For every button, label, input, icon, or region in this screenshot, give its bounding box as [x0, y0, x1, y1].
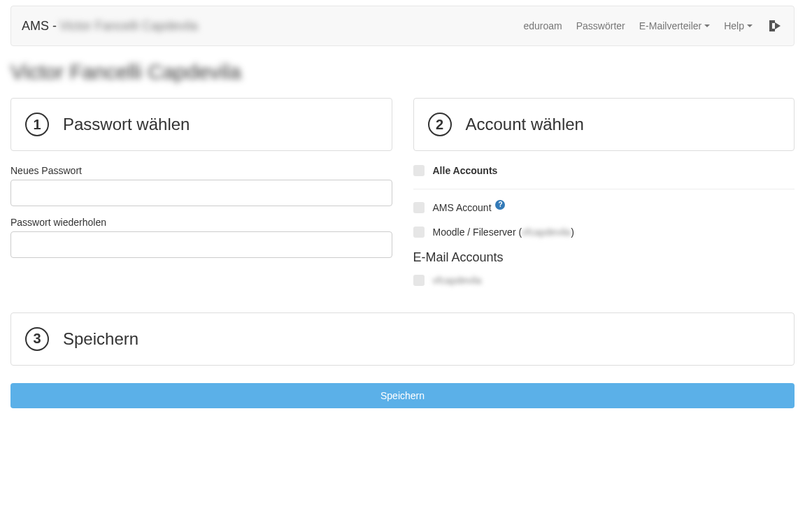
step-number-3: 3 [25, 327, 49, 351]
divider [413, 189, 795, 189]
save-button[interactable]: Speichern [10, 383, 795, 408]
content: 1 Passwort wählen Neues Passwort Passwor… [0, 98, 805, 422]
form-group-new-password: Neues Passwort [10, 165, 392, 206]
panel-title-1: Passwort wählen [63, 115, 190, 134]
help-icon[interactable]: ? [495, 200, 505, 210]
checkbox-ams-account[interactable]: AMS Account ? [413, 202, 795, 214]
nav-label: eduroam [523, 20, 562, 31]
panel-heading-2: 2 Account wählen [428, 113, 781, 136]
navbar-right: eduroam Passwörter E-Mailverteiler Help [516, 10, 794, 42]
chevron-down-icon [704, 24, 710, 27]
panel-title-3: Speichern [63, 329, 138, 349]
brand-user: Victor Fancelli Capdevila [59, 19, 198, 34]
label-repeat-password: Passwort wiederholen [10, 217, 392, 228]
panel-title-2: Account wählen [466, 115, 584, 134]
page-title: Victor Fancelli Capdevila [10, 60, 795, 84]
nav-label: E-Mailverteiler [639, 20, 701, 31]
panel-save: 3 Speichern [10, 312, 795, 366]
navbar-brand[interactable]: AMS - Victor Fancelli Capdevila [11, 8, 208, 44]
panel-account: 2 Account wählen [413, 98, 795, 151]
brand-prefix: AMS - [22, 19, 57, 34]
label-new-password: Neues Passwort [10, 165, 392, 176]
nav-link-passwords[interactable]: Passwörter [569, 10, 632, 42]
step-number-1: 1 [25, 113, 49, 136]
nav-link-emailverteiler[interactable]: E-Mailverteiler [632, 10, 717, 42]
checkbox-box[interactable] [413, 275, 425, 286]
input-repeat-password[interactable] [10, 231, 392, 258]
form-group-repeat-password: Passwort wiederholen [10, 217, 392, 258]
checkbox-label-all: Alle Accounts [433, 165, 498, 176]
checkbox-label-email: vfcapdevila [433, 275, 482, 286]
col-left: 1 Passwort wählen Neues Passwort Passwor… [10, 98, 392, 299]
checkbox-box[interactable] [413, 227, 425, 238]
nav-label: Passwörter [576, 20, 625, 31]
chevron-down-icon [747, 24, 753, 27]
nav-label: Help [724, 20, 744, 31]
panel-heading-3: 3 Speichern [25, 327, 780, 351]
checkbox-label-moodle: Moodle / Fileserver (vfcapdevila) [433, 227, 574, 238]
ams-text: AMS Account [433, 202, 492, 213]
nav-link-help[interactable]: Help [717, 10, 760, 42]
moodle-user: vfcapdevila [522, 227, 571, 238]
nav-link-eduroam[interactable]: eduroam [516, 10, 569, 42]
panel-heading-1: 1 Passwort wählen [25, 113, 378, 136]
email-section-heading: E-Mail Accounts [413, 250, 795, 265]
checkbox-box[interactable] [413, 165, 425, 176]
navbar: AMS - Victor Fancelli Capdevila eduroam … [10, 6, 795, 46]
logout-icon[interactable] [767, 17, 783, 34]
panel-password: 1 Passwort wählen [10, 98, 392, 151]
col-right: 2 Account wählen Alle Accounts AMS Accou… [413, 98, 795, 299]
row-top: 1 Passwort wählen Neues Passwort Passwor… [10, 98, 795, 299]
moodle-prefix: Moodle / Fileserver ( [433, 227, 522, 238]
checkbox-box[interactable] [413, 202, 425, 213]
input-new-password[interactable] [10, 180, 392, 206]
checkbox-all-accounts[interactable]: Alle Accounts [413, 165, 795, 176]
checkbox-email-account[interactable]: vfcapdevila [413, 275, 795, 286]
step-number-2: 2 [428, 113, 452, 136]
checkbox-label-ams: AMS Account ? [433, 202, 506, 214]
checkbox-moodle[interactable]: Moodle / Fileserver (vfcapdevila) [413, 227, 795, 238]
moodle-suffix: ) [571, 227, 574, 238]
